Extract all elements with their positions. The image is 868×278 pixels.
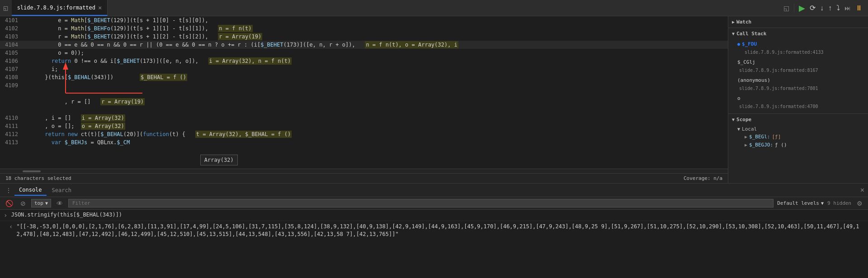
step-out-btn[interactable]: ↑: [826, 2, 834, 14]
scope-item[interactable]: ▶ $_BEGl: [ƒ]: [728, 133, 868, 141]
bottom-menu-btn[interactable]: ⋮: [4, 185, 14, 196]
line-content: , o = []; o = Array(32): [22, 122, 728, 130]
line-content: r = Math[$_BEHET(129)](t[s + 1][2] - t[s…: [22, 33, 728, 41]
table-row: 4105 o = 0));: [0, 49, 728, 57]
context-selector[interactable]: top ▼: [31, 199, 51, 207]
line-number: 4105: [0, 49, 22, 57]
line-content: , r = [] r = Array(19): [22, 81, 728, 114]
resume-btn[interactable]: ▶: [797, 1, 807, 15]
table-row: 4106 return 0 !== o && i[$_BEHET(173)]([…: [0, 57, 728, 65]
deactivate-btn[interactable]: ⏭: [843, 3, 853, 14]
scope-var-name: $_BEGJO:: [749, 141, 773, 149]
step-over-btn[interactable]: ⟳: [808, 2, 817, 14]
scope-item[interactable]: ▶ $_BEGJO: ƒ (): [728, 141, 868, 149]
table-row: 4113 var $_BEHJs = QBLnx.$_CM Array(32): [0, 138, 728, 169]
fn-name: $_FDU: [742, 40, 757, 48]
active-indicator: ●: [737, 40, 740, 48]
hidden-count: 9 hidden: [827, 200, 851, 206]
clear-console-btn[interactable]: 🚫: [4, 199, 15, 208]
fn-location: slide.7.8.9.js:formatted:4133: [737, 48, 864, 57]
console-input-line: › JSON.stringify(this[$_BEHAL(343)]): [0, 210, 868, 221]
fn-name-o: o: [737, 94, 741, 103]
filter-input[interactable]: [68, 199, 774, 207]
fn-location: slide.7.8.9.js:formatted:4700: [737, 103, 864, 111]
fn-name: $_CGlj: [737, 58, 755, 66]
line-number: 4101: [0, 16, 22, 24]
step-into-btn[interactable]: ↓: [818, 2, 826, 14]
tab-console[interactable]: Console: [14, 185, 47, 196]
expand-icon: ▶: [745, 141, 747, 149]
table-row: 4102 n = Math[$_BEHFo(129)](t[s + 1][1] …: [0, 24, 728, 33]
callstack-item[interactable]: o slide.7.8.9.js:formatted:4700: [728, 94, 868, 112]
line-number: 4104: [0, 41, 22, 49]
expand-icon: ▶: [745, 133, 747, 141]
table-row: 4112 return new ct(t)[$_BEHAL(20)](funct…: [0, 130, 728, 138]
scope-local-header[interactable]: ▼ Local: [728, 125, 868, 133]
table-row: 4108 }(this[$_BEHAL(343)]) $_BEHAL = f (…: [0, 73, 728, 81]
eye-btn[interactable]: 👁: [55, 199, 65, 208]
line-content: return new ct(t)[$_BEHAL(20)](function(t…: [22, 130, 728, 138]
table-row: 4107 i;: [0, 65, 728, 73]
level-selector[interactable]: Default levels ▼: [777, 200, 824, 206]
coverage-status: Coverage: n/a: [684, 175, 722, 181]
callstack-section: ▼ Call Stack ● $_FDU slide.7.8.9.js:form…: [728, 28, 868, 114]
console-content[interactable]: › JSON.stringify(this[$_BEHAL(343)]) ‹ "…: [0, 210, 868, 278]
context-value: top: [34, 200, 43, 206]
watch-header[interactable]: ▶ Watch: [728, 16, 868, 28]
tab-search[interactable]: Search: [47, 185, 76, 195]
step-btn[interactable]: ⤵: [835, 2, 842, 14]
callstack-item[interactable]: $_CGlj slide.7.8.9.js:formatted:8167: [728, 57, 868, 75]
line-number: 4102: [0, 24, 22, 33]
level-label: Default levels: [777, 200, 819, 206]
main-area: 4101 e = Math[$_BEHET(129)](t[s + 1][0] …: [0, 16, 868, 183]
scope-local-chevron: ▼: [737, 127, 740, 132]
right-panel: ▶ Watch ▼ Call Stack ● $_FDU slide.7.8.9…: [728, 16, 868, 183]
callstack-header[interactable]: ▼ Call Stack: [728, 28, 868, 39]
tooltip-box: Array(32): [200, 155, 238, 165]
callstack-item[interactable]: ● $_FDU slide.7.8.9.js:formatted:4133: [728, 39, 868, 57]
line-number: 4108: [0, 73, 22, 81]
callstack-item[interactable]: (anonymous) slide.7.8.9.js:formatted:780…: [728, 75, 868, 94]
horizontal-scroll-indicator[interactable]: [0, 169, 728, 173]
line-number: 4113: [0, 138, 22, 169]
settings-btn[interactable]: ⚙: [855, 199, 864, 208]
line-number: 4106: [0, 57, 22, 65]
console-command: JSON.stringify(this[$_BEHAL(343)]): [11, 212, 122, 218]
pause-btn[interactable]: ⏸: [854, 2, 864, 14]
fn-location: slide.7.8.9.js:formatted:8167: [737, 66, 864, 75]
level-chevron: ▼: [821, 201, 824, 206]
table-row: 4109: [0, 81, 728, 114]
code-lines: 4101 e = Math[$_BEHET(129)](t[s + 1][0] …: [0, 16, 728, 169]
line-number: 4112: [0, 130, 22, 138]
bottom-panel: ⋮ Console Search × 🚫 ⊘ top ▼ 👁 Default l…: [0, 183, 868, 278]
table-row: 4103 r = Math[$_BEHET(129)](t[s + 1][2] …: [0, 33, 728, 41]
console-toolbar: 🚫 ⊘ top ▼ 👁 Default levels ▼ 9 hidden ⚙: [0, 197, 868, 210]
tab-item[interactable]: slide.7.8.9.js:formatted ×: [12, 0, 108, 16]
scope-local-label: Local: [742, 126, 757, 132]
line-number: 4103: [0, 33, 22, 41]
table-row: 4101 e = Math[$_BEHET(129)](t[s + 1][0] …: [0, 16, 728, 24]
top-toolbar: ◱ slide.7.8.9.js:formatted × ◱ ▶ ⟳ ↓ ↑ ⤵…: [0, 0, 868, 16]
panel-icon-btn[interactable]: ◱: [782, 3, 791, 14]
line-content: }(this[$_BEHAL(343)]) $_BEHAL = f (): [22, 73, 728, 81]
watch-section: ▶ Watch: [728, 16, 868, 28]
line-content: 0 == e && 0 == n && 0 == r || (0 == e &&…: [22, 41, 728, 49]
context-chevron: ▼: [45, 201, 48, 206]
scope-label: Scope: [736, 117, 751, 123]
top-of-message-btn[interactable]: ⊘: [19, 199, 28, 208]
tab-close[interactable]: ×: [98, 4, 102, 11]
line-content: n = Math[$_BEHFo(129)](t[s + 1][1] - t[s…: [22, 24, 728, 33]
line-content: o = 0));: [22, 49, 728, 57]
selection-status: 18 characters selected: [5, 175, 71, 181]
code-scroll[interactable]: 4101 e = Math[$_BEHET(129)](t[s + 1][0] …: [0, 16, 728, 169]
bottom-close-btn[interactable]: ×: [860, 186, 864, 194]
fn-name: (anonymous): [737, 76, 770, 85]
fn-location: slide.7.8.9.js:formatted:7801: [737, 85, 864, 93]
code-panel: 4101 e = Math[$_BEHET(129)](t[s + 1][0] …: [0, 16, 728, 183]
table-row: 4111 , o = []; o = Array(32): [0, 122, 728, 130]
scope-var-name: $_BEGl:: [749, 133, 770, 141]
line-content: e = Math[$_BEHET(129)](t[s + 1][0] - t[s…: [22, 16, 728, 24]
scope-var-value: ƒ (): [775, 141, 787, 149]
panel-toggle-icon[interactable]: ◱: [0, 4, 12, 12]
scope-header[interactable]: ▼ Scope: [728, 114, 868, 125]
